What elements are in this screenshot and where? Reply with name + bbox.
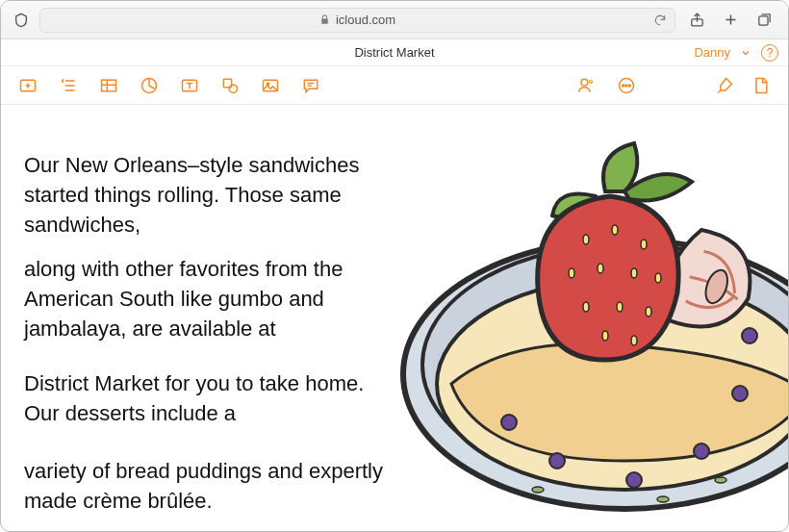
browser-chrome: icloud.com [1,1,788,39]
document-options-icon[interactable] [751,76,771,95]
svg-point-35 [631,268,637,278]
help-icon[interactable]: ? [761,44,778,62]
svg-point-37 [583,302,589,312]
dessert-illustration [336,95,789,532]
svg-point-23 [732,386,748,401]
svg-point-7 [229,85,237,92]
privacy-report-icon[interactable] [11,13,32,28]
svg-point-39 [646,307,651,317]
svg-point-31 [612,225,618,235]
text-box-icon[interactable] [180,76,199,95]
paragraph: District Market for you to take home. Ou… [24,369,385,429]
svg-point-15 [628,84,630,86]
document-canvas[interactable]: Our New Orleans–style sandwiches started… [1,105,788,532]
share-icon[interactable] [689,12,705,28]
add-icon[interactable] [18,76,38,95]
svg-point-34 [598,264,603,273]
svg-point-32 [641,240,647,249]
table-icon[interactable] [99,76,118,95]
svg-point-26 [532,487,544,493]
paragraph: Our New Orleans–style sandwiches started… [24,151,385,240]
svg-point-30 [583,235,589,244]
new-tab-icon[interactable] [723,12,739,28]
svg-point-19 [501,415,517,430]
svg-point-36 [655,273,661,283]
svg-point-38 [617,302,623,312]
paragraph-styles-icon[interactable] [59,76,78,95]
url-bar[interactable]: icloud.com [39,8,675,33]
paragraph: variety of bread puddings and expertly m… [24,457,385,517]
paragraph: along with other favorites from the Amer… [24,255,385,343]
chart-icon[interactable] [140,76,159,95]
svg-point-10 [581,79,588,86]
svg-point-21 [626,472,642,488]
svg-point-22 [694,443,709,459]
shape-icon[interactable] [220,76,240,95]
svg-point-40 [602,331,608,341]
media-icon[interactable] [261,76,280,95]
app-header: District Market Danny ? [1,39,788,66]
more-icon[interactable] [617,76,636,95]
svg-point-27 [657,496,669,502]
url-text: icloud.com [336,13,395,27]
svg-point-41 [631,336,637,345]
svg-point-33 [569,268,574,278]
svg-point-28 [715,477,726,483]
svg-point-13 [623,84,624,86]
tabs-icon[interactable] [756,12,773,28]
user-menu[interactable]: Danny [694,45,730,60]
svg-rect-1 [759,16,768,25]
document-title: District Market [354,45,434,60]
collaborate-icon[interactable] [576,76,596,95]
svg-point-25 [742,328,757,343]
lock-icon [319,14,330,25]
svg-rect-3 [102,80,116,91]
comment-icon[interactable] [301,76,320,95]
chevron-down-icon[interactable] [740,47,751,59]
svg-point-20 [549,453,565,469]
refresh-icon[interactable] [653,13,667,27]
format-brush-icon[interactable] [715,76,734,95]
svg-point-14 [625,84,627,86]
browser-actions [683,12,778,28]
